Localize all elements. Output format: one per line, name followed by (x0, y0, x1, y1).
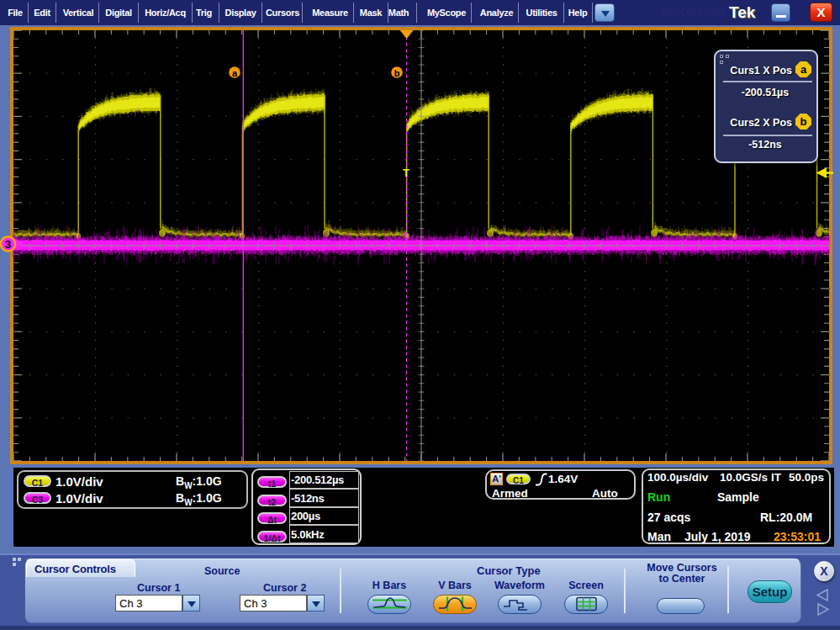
svg-text:3: 3 (5, 238, 12, 251)
svg-text:b: b (394, 68, 400, 78)
svg-text:T: T (403, 167, 409, 179)
svg-text:a: a (232, 68, 238, 78)
